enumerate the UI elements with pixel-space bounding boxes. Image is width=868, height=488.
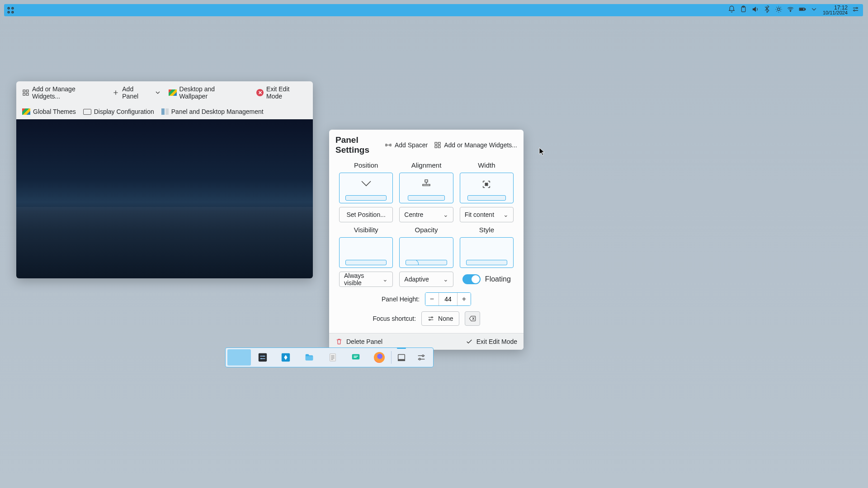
focus-shortcut-button[interactable]: None <box>421 311 459 326</box>
width-tile[interactable] <box>460 173 514 203</box>
exit-edit-mode-button[interactable]: ✕ Exit Edit Mode <box>255 84 308 101</box>
desktop-wallpaper-button[interactable]: Desktop and Wallpaper <box>167 84 246 101</box>
bluetooth-icon[interactable] <box>763 5 771 15</box>
add-widgets-button-2[interactable]: Add or Manage Widgets... <box>434 141 517 149</box>
svg-rect-10 <box>800 9 803 10</box>
add-widgets-button[interactable]: Add or Manage Widgets... <box>21 84 106 101</box>
width-select[interactable]: Fit content ⌄ <box>460 207 514 222</box>
visibility-tile[interactable] <box>339 237 393 268</box>
global-themes-button[interactable]: Global Themes <box>21 107 77 116</box>
panel-settings-title: Panel Settings <box>335 135 378 155</box>
svg-rect-17 <box>386 144 387 146</box>
width-label: Width <box>460 161 514 169</box>
desktop-wallpaper-label: Desktop and Wallpaper <box>179 85 245 100</box>
themes-icon <box>22 108 30 115</box>
floating-toggle[interactable] <box>462 274 481 284</box>
svg-point-1 <box>12 7 14 9</box>
keyboard-icon <box>427 315 434 322</box>
launcher-icon <box>281 352 291 362</box>
fit-content-icon <box>481 179 491 189</box>
add-spacer-button[interactable]: Add Spacer <box>385 141 428 149</box>
svg-rect-24 <box>423 184 430 186</box>
panel-height-increase[interactable]: + <box>457 293 471 305</box>
position-label: Position <box>339 161 393 169</box>
svg-rect-34 <box>352 354 360 360</box>
display-configuration-button[interactable]: Display Configuration <box>82 107 156 116</box>
svg-rect-19 <box>435 142 437 145</box>
svg-point-27 <box>429 319 430 320</box>
panel-config-icon[interactable] <box>852 5 859 15</box>
add-panel-button[interactable]: Add Panel <box>111 84 162 101</box>
document-icon <box>328 352 338 362</box>
sliders-icon <box>416 352 426 362</box>
visibility-value: Always visible <box>344 272 382 286</box>
set-position-button[interactable]: Set Position... <box>339 207 393 222</box>
application-launcher-icon[interactable] <box>6 5 15 15</box>
floating-label: Floating <box>485 275 511 283</box>
global-themes-label: Global Themes <box>33 108 76 115</box>
window-icon <box>396 352 406 362</box>
alignment-select[interactable]: Centre ⌄ <box>399 207 453 222</box>
settings-icon <box>258 352 268 362</box>
dock-chat[interactable] <box>344 349 368 366</box>
exit-edit-mode-button-2[interactable]: Exit Edit Mode <box>466 338 517 345</box>
exit-edit-mode-label-2: Exit Edit Mode <box>476 338 517 345</box>
panel-height-label: Panel Height: <box>382 296 420 303</box>
top-panel: 17:12 10/11/2024 <box>4 4 863 16</box>
svg-rect-22 <box>438 145 440 148</box>
bottom-panel[interactable] <box>225 347 434 367</box>
add-panel-label: Add Panel <box>122 85 151 100</box>
exit-edit-mode-label: Exit Edit Mode <box>266 85 307 100</box>
panel-settings-popup: Panel Settings Add Spacer Add or Manage … <box>329 130 524 350</box>
alignment-label: Alignment <box>399 161 453 169</box>
display-icon <box>83 109 91 115</box>
dock-panel-config-app[interactable] <box>392 349 411 366</box>
dock-file-manager[interactable] <box>297 349 321 366</box>
panel-height-decrease[interactable]: − <box>425 293 439 305</box>
firefox-icon <box>374 352 385 363</box>
checkmark-icon <box>466 338 473 345</box>
opacity-select[interactable]: Adaptive ⌄ <box>399 272 453 287</box>
battery-icon[interactable] <box>798 5 806 15</box>
dock-system-settings[interactable] <box>251 349 274 366</box>
desktop-preview[interactable] <box>16 119 313 278</box>
panel-desktop-management-button[interactable]: Panel and Desktop Management <box>160 107 265 116</box>
dock-discover[interactable] <box>274 349 297 366</box>
set-position-label: Set Position... <box>346 211 385 218</box>
trash-icon <box>335 338 343 345</box>
svg-rect-21 <box>435 145 437 148</box>
volume-icon[interactable] <box>751 5 759 15</box>
notifications-icon[interactable] <box>728 5 736 15</box>
style-tile[interactable] <box>460 237 514 268</box>
dock-panel-settings-icon[interactable] <box>411 349 431 366</box>
clock[interactable]: 17:12 10/11/2024 <box>823 5 848 15</box>
visibility-select[interactable]: Always visible ⌄ <box>339 272 393 287</box>
svg-rect-36 <box>398 360 405 361</box>
panel-height-spinbox: − + <box>425 292 471 306</box>
delete-panel-button[interactable]: Delete Panel <box>335 338 382 345</box>
wifi-icon[interactable] <box>787 5 794 15</box>
chevron-down-icon: ⌄ <box>382 276 388 283</box>
brightness-icon[interactable] <box>775 5 783 15</box>
svg-point-37 <box>422 355 424 357</box>
svg-point-3 <box>12 11 14 13</box>
chevron-down-icon: ⌄ <box>443 211 448 218</box>
panel-height-input[interactable] <box>439 293 457 305</box>
add-widgets-label-2: Add or Manage Widgets... <box>444 141 517 149</box>
mouse-cursor <box>539 147 545 156</box>
chevron-down-icon[interactable] <box>810 5 818 15</box>
focus-shortcut-clear[interactable] <box>465 311 480 326</box>
dock-show-desktop[interactable] <box>227 349 251 366</box>
focus-shortcut-label: Focus shortcut: <box>373 315 416 322</box>
chat-icon <box>351 352 361 362</box>
svg-rect-32 <box>306 356 313 360</box>
wallpaper-icon <box>169 89 177 96</box>
clipboard-icon[interactable] <box>740 5 747 15</box>
dock-text-editor[interactable] <box>321 349 344 366</box>
opacity-tile[interactable] <box>399 237 453 268</box>
dock-firefox[interactable] <box>368 349 391 366</box>
panels-icon <box>161 108 169 115</box>
alignment-tile[interactable] <box>399 173 453 203</box>
position-tile[interactable] <box>339 173 393 203</box>
svg-rect-16 <box>26 93 28 95</box>
